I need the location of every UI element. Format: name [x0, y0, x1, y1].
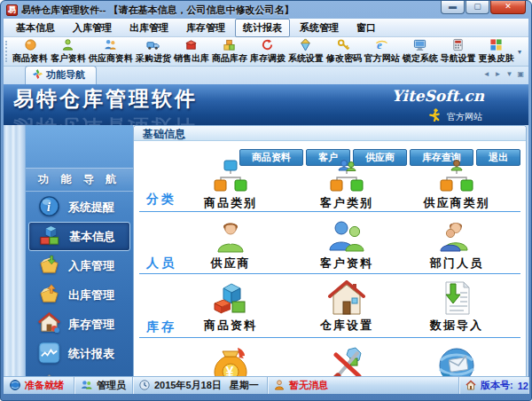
- status-datetime: 2015年5月18日 星期一 10:24:59: [133, 377, 268, 394]
- supplier-person-icon: [173, 220, 288, 254]
- skin-palette-icon: [489, 38, 503, 51]
- app-window: 易 易特仓库管理软件-- 【请在基本信息，公司信息中修改公司名】 ▬ ▢ ✕ 基…: [0, 0, 532, 401]
- left-gutter: [4, 125, 25, 378]
- toolbar-item-supplier-info[interactable]: 供应商资料: [88, 37, 134, 66]
- ready-globe-icon: [10, 380, 20, 392]
- banner: 易特仓库管理软件 易特仓库管理软件 YiteSoft.cn 官方网站: [4, 84, 528, 125]
- grid-item-department-staff[interactable]: 部门人员: [399, 220, 514, 271]
- grid-item-data-import[interactable]: 数据导入: [399, 280, 514, 334]
- scroll-right-icon[interactable]: ►: [495, 70, 502, 78]
- window-controls: ▬ ▢ ✕: [440, 1, 526, 14]
- close-button[interactable]: ✕: [490, 1, 526, 14]
- message-person-icon: [274, 380, 285, 392]
- menu-item-reports[interactable]: 统计报表: [235, 19, 290, 37]
- toolbar-item-product-info[interactable]: 商品资料: [12, 37, 49, 66]
- content-header: 基础信息: [134, 126, 526, 141]
- sidebar-item-reports[interactable]: 统计报表: [28, 339, 130, 368]
- nav-settings-icon: [451, 38, 465, 51]
- toolbar-item-sales-out[interactable]: 销售出库: [173, 37, 210, 66]
- outbound-box-icon: [37, 282, 61, 309]
- product-blocks-icon: [173, 280, 288, 316]
- sidebar: 功 能 导 航 i 系统提醒 基本信息 入库管理 出库管理: [25, 125, 133, 378]
- grid-item-supplier[interactable]: 供应商: [173, 220, 288, 271]
- stock-boxes-icon: [223, 38, 236, 51]
- product-icon: [24, 38, 37, 51]
- running-man-icon: [428, 108, 441, 125]
- inbound-box-icon: [37, 253, 61, 279]
- grid-item-globe[interactable]: [399, 346, 514, 378]
- minimize-button[interactable]: ▬: [441, 1, 465, 14]
- toolbar-item-purchase-in[interactable]: 采购进货: [135, 37, 172, 66]
- toolbar-item-nav-settings[interactable]: 导航设置: [440, 37, 477, 66]
- tab-strip: 功能导航 ◄ ► ▼ ▣: [4, 67, 528, 84]
- sidebar-item-outbound-mgmt[interactable]: 出库管理: [28, 280, 130, 310]
- toolbar-item-customer-info[interactable]: 客户资料: [50, 37, 87, 66]
- sidebar-item-system-reminder[interactable]: i 系统提醒: [28, 193, 130, 222]
- official-site-link[interactable]: 官方网站: [428, 108, 482, 125]
- toolbar-overflow-icon[interactable]: ▾: [518, 48, 521, 56]
- toolbar-item-change-skin[interactable]: 更换皮肤: [478, 37, 515, 66]
- category-tree-icon: [173, 160, 288, 193]
- svg-text:e: e: [377, 38, 382, 51]
- sidebar-header: 功 能 导 航: [26, 168, 133, 192]
- tab-function-navigation[interactable]: 功能导航: [25, 66, 97, 84]
- toolbar-grip: [5, 41, 8, 62]
- status-ready: 准备就绪: [4, 377, 74, 394]
- toolbar-item-official-website[interactable]: e 官方网站: [364, 37, 401, 66]
- compass-icon: [33, 69, 43, 81]
- sales-box-icon: [184, 38, 198, 51]
- chart-icon: [37, 341, 61, 367]
- menu-item-basic-info[interactable]: 基本信息: [8, 19, 63, 37]
- scroll-left-icon[interactable]: ◄: [483, 70, 490, 78]
- toolbar-item-system-settings[interactable]: 系统设置: [287, 37, 325, 66]
- menu-item-outbound[interactable]: 出库管理: [121, 19, 176, 37]
- menu-item-inventory[interactable]: 库存管理: [178, 19, 233, 37]
- grid-item-money[interactable]: ¥: [173, 346, 288, 378]
- grid-item-customer-category[interactable]: 客户类别: [289, 160, 404, 211]
- grid-item-customer-info[interactable]: 客户资料: [289, 220, 404, 271]
- department-people-icon: [399, 220, 514, 254]
- grid-item-product-category[interactable]: 商品类别: [173, 160, 288, 211]
- maximize-button[interactable]: ▢: [466, 1, 489, 14]
- grid-item-product-info[interactable]: 商品资料: [173, 280, 288, 334]
- grid-item-supplier-category[interactable]: 供应商类别: [399, 160, 514, 211]
- status-message: 暂无消息: [268, 377, 459, 394]
- transfer-arrows-icon: [261, 38, 274, 51]
- toolbar: 商品资料 客户资料 供应商资料 采购进货 销售出库 商品库存: [4, 37, 528, 67]
- toolbar-item-change-password[interactable]: 修改密码: [325, 37, 363, 66]
- customer-icon: [61, 38, 74, 51]
- svg-text:i: i: [47, 200, 51, 214]
- row-separator: [139, 273, 520, 274]
- menu-item-system[interactable]: 系统管理: [292, 19, 347, 37]
- globe-mail-icon: [399, 346, 514, 378]
- close-pane-icon[interactable]: ▣: [517, 70, 524, 78]
- row-separator: [139, 211, 520, 212]
- grid-item-warehouse-settings[interactable]: 仓库设置: [289, 280, 404, 334]
- grid-item-tools[interactable]: [289, 346, 404, 378]
- sidebar-item-inbound-mgmt[interactable]: 入库管理: [28, 251, 130, 280]
- app-icon: 易: [6, 4, 18, 16]
- info-icon: i: [37, 194, 61, 221]
- dock-area: 功能导航 ◄ ► ▼ ▣ 易特仓库管理软件 易特仓库管理软件 YiteSoft.…: [4, 67, 528, 378]
- customer-tree-icon: [289, 160, 404, 193]
- supplier-tree-icon: [399, 160, 514, 193]
- tabstrip-controls: ◄ ► ▼ ▣: [483, 70, 524, 78]
- toolbar-item-stock-transfer[interactable]: 库存调拨: [249, 37, 286, 66]
- status-version: 版本号: 12.5: [459, 377, 528, 394]
- pin-icon[interactable]: ▼: [506, 70, 513, 78]
- menu-item-inbound[interactable]: 入库管理: [65, 19, 120, 37]
- menu-item-window[interactable]: 窗口: [348, 19, 384, 37]
- version-house-icon: [466, 380, 476, 392]
- sidebar-item-inventory-mgmt[interactable]: 库存管理: [28, 310, 130, 339]
- body-area: 功 能 导 航 i 系统提醒 基本信息 入库管理 出库管理: [4, 125, 528, 378]
- data-import-icon: [399, 280, 514, 316]
- clock-icon: [139, 380, 150, 392]
- warehouse-house-icon: [289, 280, 404, 316]
- row-separator: [139, 337, 520, 338]
- key-icon: [337, 38, 350, 51]
- toolbar-item-product-stock[interactable]: 商品库存: [211, 37, 248, 66]
- toolbar-item-lock-system[interactable]: 锁定系统: [402, 37, 439, 66]
- sidebar-item-basic-info[interactable]: 基本信息: [28, 222, 130, 251]
- banner-app-title: 易特仓库管理软件: [13, 85, 198, 113]
- content-panel: 基础信息 商品资料 客户 供应商 库存查询 退出 分类 商品类别 客户类别: [133, 125, 527, 378]
